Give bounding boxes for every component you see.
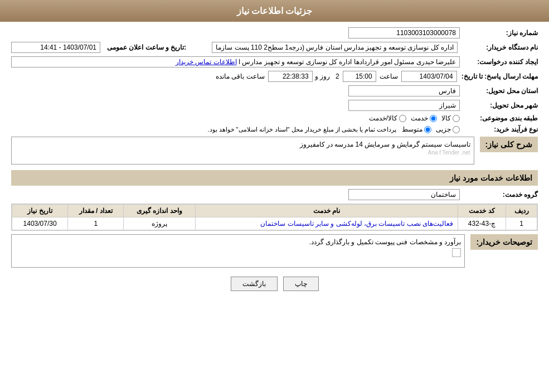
noeFarayand-note: پرداخت تمام یا بخشی از مبلغ خریدار محل "…	[207, 126, 396, 133]
tabaqe-option-kala: کالا	[441, 114, 460, 122]
noeFarayand-row: نوع فرآیند خرید: جزیی متوسط پرداخت تمام …	[11, 125, 538, 133]
col-vahed: واحد اندازه گیری	[124, 205, 195, 217]
noeFarayand-options: جزیی متوسط	[402, 125, 460, 133]
ijadKonande-label: ایجاد کننده درخواست:	[460, 58, 538, 66]
services-table-container: ردیف کد خدمت نام خدمت واحد اندازه گیری ت…	[11, 204, 538, 231]
baghimande-label: ساعت باقی مانده	[212, 72, 268, 80]
mohlatErsal-row: مهلت ارسال پاسخ: تا تاریخ: 1403/07/04 سا…	[11, 71, 538, 82]
col-kod: کد خدمت	[458, 205, 506, 217]
noeFarayand-option-motavasset: متوسط	[402, 125, 431, 133]
col-radif: ردیف	[506, 205, 537, 217]
goroh-label: گروه خدمت:	[460, 191, 538, 199]
page-header: جزئیات اطلاعات نیاز	[0, 0, 549, 22]
ijadKonande-row: ایجاد کننده درخواست: علیرضا حیدری مسئول …	[11, 56, 538, 67]
rooz-value: 2	[332, 72, 343, 80]
table-row: 1 چ-43-432 فعالیت‌های نصب تاسیسات برق، ل…	[12, 217, 537, 230]
resize-handle[interactable]	[452, 248, 461, 257]
col-tedad: تعداد / مقدار	[68, 205, 124, 217]
ostan-value: فارس	[348, 85, 460, 96]
mohlatErsal-label: مهلت ارسال پاسخ: تا تاریخ:	[457, 72, 538, 80]
sharh-value: تاسیسات سیستم گرمایش و سرمایش 14 مدرسه د…	[11, 137, 474, 164]
noeFarayand-label: نوع فرآیند خرید:	[460, 125, 538, 133]
baghimande-value: 22:38:33	[268, 71, 313, 82]
tosaif-section: توصیحات خریدار: برآورد و مشخصات فنی پیوس…	[11, 234, 538, 268]
saat-value: 15:00	[343, 71, 376, 82]
ostan-label: استان محل تحویل:	[460, 87, 538, 95]
shahr-label: شهر محل تحویل:	[460, 101, 538, 109]
ijadKonande-link[interactable]: اطلاعات تماس خریدار	[176, 58, 237, 66]
namDastgah-value: اداره کل نوسازی توسعه و تجهیز مدارس استا…	[212, 42, 458, 53]
content-area: شماره نیاز: 1103003103000078 نام دستگاه …	[0, 22, 549, 306]
cell-tarikh: 1403/07/30	[12, 217, 68, 230]
tabaqe-option-kala-khadamat: کالا/خدمت	[369, 114, 406, 122]
shomareNiaz-label: شماره نیاز:	[460, 29, 538, 37]
tosaif-label: توصیحات خریدار:	[470, 234, 538, 250]
cell-tedad: 1	[68, 217, 124, 230]
noeFarayand-option-jozi: جزیی	[436, 125, 460, 133]
tabaqe-row: طبقه بندی موضوعی: کالا خدمت کالا/خدمت	[11, 114, 538, 122]
sharh-label: شرح کلی نیاز:	[480, 137, 538, 152]
page-title: جزئیات اطلاعات نیاز	[237, 6, 313, 16]
button-row: چاپ بازگشت	[11, 277, 538, 291]
sharh-section: شرح کلی نیاز: تاسیسات سیستم گرمایش و سرم…	[11, 137, 538, 164]
cell-name: فعالیت‌های نصب تاسیسات برق، لوله‌کشی و س…	[195, 217, 458, 230]
namDastgah-label: نام دستگاه خریدار:	[460, 43, 538, 51]
tabaqe-label: طبقه بندی موضوعی:	[460, 114, 538, 122]
tabaqe-options: کالا خدمت کالا/خدمت	[369, 114, 460, 122]
cell-radif: 1	[506, 217, 537, 230]
page-wrapper: جزئیات اطلاعات نیاز شماره نیاز: 11030031…	[0, 0, 549, 392]
bazgasht-button[interactable]: بازگشت	[231, 277, 278, 291]
tarikh-elan-label: تاریخ و ساعت اعلان عمومی:	[103, 43, 186, 51]
cell-vahed: پروژه	[124, 217, 195, 230]
tarikh-elan-value: 1403/07/01 - 14:41	[11, 42, 100, 53]
chap-button[interactable]: چاپ	[283, 277, 319, 291]
khadamat-section-title: اطلاعات خدمات مورد نیاز	[11, 170, 538, 186]
col-tarikh: تاریخ نیاز	[12, 205, 68, 217]
rooz-label: روز و	[313, 72, 332, 80]
tarikh-value: 1403/07/04	[401, 71, 457, 82]
goroh-value: ساختمان	[348, 189, 460, 200]
tosaif-value: برآورد و مشخصات فنی پیوست تکمیل و بارگذا…	[11, 234, 465, 268]
tarikh-elan-section: 1403/07/01 - 14:41 تاریخ و ساعت اعلان عم…	[11, 42, 186, 53]
shahr-value: شیراز	[348, 100, 460, 111]
goroh-row: گروه خدمت: ساختمان	[11, 189, 538, 200]
shahr-row: شهر محل تحویل: شیراز	[11, 100, 538, 111]
shomareNiaz-value: 1103003103000078	[348, 27, 460, 38]
cell-kod: چ-43-432	[458, 217, 506, 230]
ostan-row: استان محل تحویل: فارس	[11, 85, 538, 96]
tabaqe-option-khadamat: خدمت	[411, 114, 437, 122]
watermark-text: Ana f Tender .net	[428, 149, 470, 156]
saat-label: ساعت	[376, 72, 401, 80]
col-name: نام خدمت	[195, 205, 458, 217]
shomareNiaz-row: شماره نیاز: 1103003103000078	[11, 27, 538, 38]
namDastgah-section: نام دستگاه خریدار: اداره کل نوسازی توسعه…	[212, 42, 538, 53]
services-table: ردیف کد خدمت نام خدمت واحد اندازه گیری ت…	[12, 204, 537, 230]
tarikh-namDastgah-row: نام دستگاه خریدار: اداره کل نوسازی توسعه…	[11, 42, 538, 53]
ijadKonande-value: علیرضا حیدری مسئول امور قراردادها اداره …	[11, 56, 460, 67]
